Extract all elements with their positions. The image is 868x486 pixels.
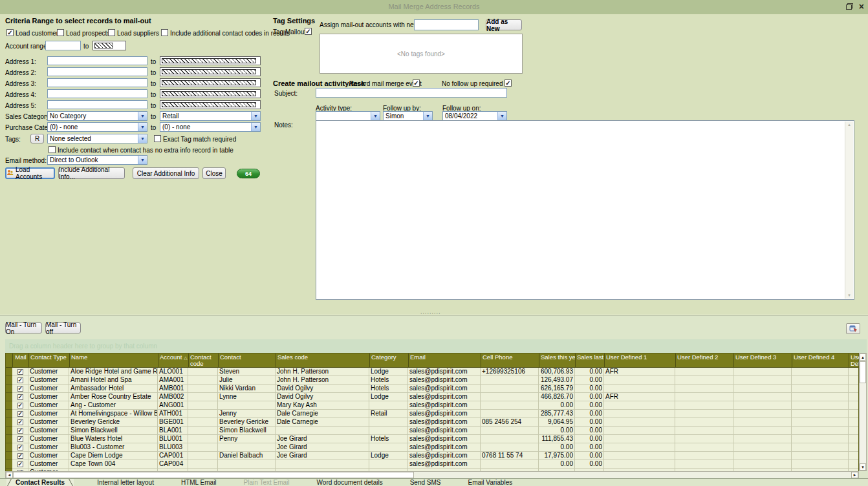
notes-textarea[interactable]: ▲ ▼ xyxy=(316,120,854,300)
include-additional-info-button[interactable]: Include Additional Info... xyxy=(58,167,125,179)
table-row[interactable]: ✓CustomerAmbassador HotelAMB001Nikki Var… xyxy=(6,385,858,393)
close-button[interactable]: Close xyxy=(202,167,226,179)
mail-checkbox[interactable]: ✓ xyxy=(17,453,23,459)
table-row[interactable]: ✓CustomerAt Homelivingspace - Willow Bri… xyxy=(6,410,858,418)
activity-type-select[interactable]: ▼ xyxy=(316,111,380,121)
tab-email-variables[interactable]: Email Variables xyxy=(464,479,516,486)
assign-tag-input[interactable] xyxy=(414,19,479,30)
address5-from-input[interactable] xyxy=(47,100,147,109)
tab-plain-text-email[interactable]: Plain Text Email xyxy=(240,479,294,486)
close-icon[interactable]: × xyxy=(859,3,864,10)
load-suppliers-checkbox[interactable] xyxy=(108,29,115,36)
table-row[interactable]: ✓CustomerCape Town 004CAP004sales@pdispi… xyxy=(6,460,858,469)
sales-category-from-select[interactable]: No Category▼ xyxy=(47,111,147,121)
mail-checkbox[interactable]: ✓ xyxy=(17,436,23,442)
column-header-user-defined-4[interactable]: User Defined 4 xyxy=(792,354,849,367)
table-row[interactable]: ✓CustomerBeverley GerickeBGE001Beverley … xyxy=(6,418,858,427)
address3-to-input[interactable] xyxy=(160,78,261,87)
mail-checkbox[interactable]: ✓ xyxy=(17,428,23,434)
column-header-cell-phone[interactable]: Cell Phone xyxy=(481,354,539,367)
load-customers-checkbox[interactable]: ✓ xyxy=(6,29,14,36)
column-header-user-defined-1[interactable]: User Defined 1 xyxy=(604,354,675,367)
tab-word-document-details[interactable]: Word document details xyxy=(313,479,387,486)
vertical-scrollbar[interactable]: ▲ ▼ xyxy=(859,353,867,471)
address4-to-input[interactable] xyxy=(160,89,261,98)
add-as-new-button[interactable]: Add as New xyxy=(486,19,522,30)
address4-from-input[interactable] xyxy=(47,89,147,98)
scroll-down-icon[interactable]: ▼ xyxy=(860,463,866,470)
tab-html-email[interactable]: HTML Email xyxy=(177,479,221,486)
group-by-band[interactable]: Drag a column header here to group by th… xyxy=(5,339,867,353)
column-header-user-defined-2[interactable]: User Defined 2 xyxy=(675,354,733,367)
address1-to-input[interactable] xyxy=(160,56,261,65)
column-header-contact[interactable]: Contact xyxy=(218,354,276,367)
tags-listbox[interactable]: <No tags found> xyxy=(320,34,523,74)
tab-internal-letter-layout[interactable]: Internal letter layout xyxy=(93,479,158,486)
account-range-to-input[interactable] xyxy=(92,41,126,50)
column-header-mail[interactable]: Mail xyxy=(12,354,28,367)
purchase-category-from-select[interactable]: (0) - none▼ xyxy=(47,122,147,132)
table-row[interactable]: ✓CustomerAmani Hotel and SpaAMA001JulieJ… xyxy=(6,376,858,385)
splitter-grip[interactable]: ......... xyxy=(420,310,441,313)
mail-checkbox[interactable]: ✓ xyxy=(17,377,23,383)
column-header-email[interactable]: Email xyxy=(408,354,481,367)
sales-category-to-select[interactable]: Retail▼ xyxy=(160,111,261,121)
table-row[interactable]: ✓CustomerAmber Rose Country EstateAMB002… xyxy=(6,393,858,401)
table-row[interactable]: ✓CustomerSimon BlackwellBLA001Simon Blac… xyxy=(6,427,858,435)
tab-send-sms[interactable]: Send SMS xyxy=(406,479,445,486)
no-follow-up-checkbox[interactable]: ✓ xyxy=(505,79,512,87)
notes-scrollbar[interactable]: ▲ ▼ xyxy=(845,122,853,299)
restore-window-icon[interactable] xyxy=(846,3,853,10)
column-header-sales-code[interactable]: Sales code xyxy=(276,354,369,367)
table-row[interactable]: ✓CustomerAloe Ridge Hotel and Game Reser… xyxy=(6,368,858,376)
column-header-contact-code[interactable]: Contact code xyxy=(188,354,218,367)
table-row[interactable]: ✓CustomerCape Diem LodgeCAP001Daniel Bal… xyxy=(6,452,858,460)
mail-checkbox[interactable]: ✓ xyxy=(17,461,23,467)
table-row[interactable]: ✓CustomerBlue Waters HotelBLU001PennyJoe… xyxy=(6,435,858,443)
mail-checkbox[interactable]: ✓ xyxy=(17,411,23,417)
column-header-name[interactable]: Name xyxy=(69,354,158,367)
address1-from-input[interactable] xyxy=(47,56,147,65)
load-prospects-checkbox[interactable] xyxy=(57,29,64,36)
mail-checkbox[interactable]: ✓ xyxy=(17,419,23,425)
address2-to-input[interactable] xyxy=(160,67,261,76)
load-accounts-button[interactable]: Load Accounts xyxy=(5,167,55,179)
follow-up-on-select[interactable]: 08/04/2022▼ xyxy=(442,111,507,121)
mail-checkbox[interactable]: ✓ xyxy=(17,386,23,392)
mail-turn-on-button[interactable]: Mail - Turn On xyxy=(5,322,42,333)
account-range-from-input[interactable] xyxy=(45,41,81,50)
column-header-user-defined-3[interactable]: User Defined 3 xyxy=(733,354,792,367)
scroll-right-icon[interactable]: ► xyxy=(851,472,858,478)
table-row[interactable]: ✓CustomerBlu003 - CustomerBLU003Joe Gira… xyxy=(6,443,858,452)
address2-from-input[interactable] xyxy=(47,67,147,76)
tag-mailout-checkbox[interactable]: ✓ xyxy=(305,28,312,35)
exact-tag-checkbox[interactable] xyxy=(154,135,161,142)
purchase-category-to-select[interactable]: (0) - none▼ xyxy=(160,122,261,132)
mail-checkbox[interactable]: ✓ xyxy=(17,394,23,400)
mail-checkbox[interactable]: ✓ xyxy=(17,445,23,450)
tags-select[interactable]: None selected▼ xyxy=(47,134,147,143)
address3-from-input[interactable] xyxy=(47,78,147,87)
mail-checkbox[interactable]: ✓ xyxy=(17,403,23,408)
mail-turn-off-button[interactable]: Mail - Turn off xyxy=(45,322,81,333)
clear-additional-info-button[interactable]: Clear Additional Info xyxy=(133,167,199,179)
follow-up-by-select[interactable]: Simon▼ xyxy=(383,111,433,121)
scroll-left-icon[interactable]: ◄ xyxy=(6,472,13,478)
tab-contact-results[interactable]: Contact Results xyxy=(6,479,74,486)
tags-refresh-button[interactable]: R xyxy=(30,134,44,143)
scroll-up-icon[interactable]: ▲ xyxy=(860,354,866,361)
mail-checkbox[interactable]: ✓ xyxy=(17,369,23,375)
vertical-scroll-thumb[interactable] xyxy=(860,361,866,383)
column-header-sales-last-year[interactable]: Sales last year xyxy=(575,354,604,367)
record-event-checkbox[interactable]: ✓ xyxy=(413,79,420,87)
include-additional-codes-checkbox[interactable] xyxy=(161,29,168,36)
include-contact-checkbox[interactable] xyxy=(49,146,56,153)
email-method-select[interactable]: Direct to Outlook▼ xyxy=(47,155,147,165)
subject-input[interactable] xyxy=(316,88,507,98)
field-chooser-button[interactable] xyxy=(846,323,860,334)
column-header-category[interactable]: Category xyxy=(369,354,408,367)
column-header-sales-this-year[interactable]: Sales this year xyxy=(539,354,575,367)
table-row[interactable]: ✓CustomerAng - CustomerANG001Mary Kay As… xyxy=(6,401,858,410)
column-header-account[interactable]: Account△ xyxy=(158,354,188,367)
address5-to-input[interactable] xyxy=(160,100,261,109)
